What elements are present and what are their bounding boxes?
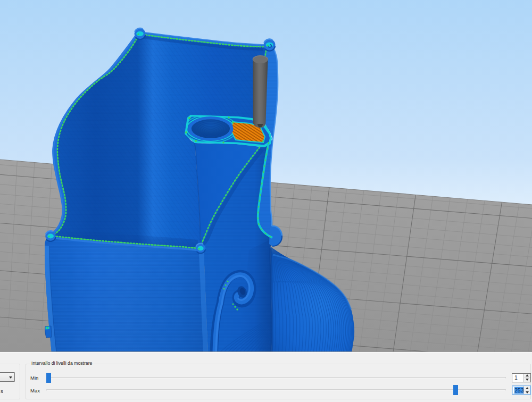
left-horn xyxy=(135,28,146,39)
max-spin-up-button[interactable] xyxy=(523,386,530,390)
min-slider[interactable] xyxy=(46,373,506,383)
gcode-preview-viewport[interactable] xyxy=(0,0,532,352)
max-spinbox[interactable]: 253 xyxy=(512,386,531,395)
right-horn xyxy=(264,39,276,51)
spin-down-icon xyxy=(526,391,529,393)
layer-range-group-label: Intervallo di livelli da mostrare xyxy=(30,361,94,366)
left-rim-knob xyxy=(45,231,56,241)
min-slider-thumb[interactable] xyxy=(46,373,51,383)
spin-up-icon xyxy=(526,387,529,389)
support-pillar xyxy=(253,56,268,128)
layer-view-panel: s Intervallo di livelli da mostrare Min … xyxy=(0,352,532,402)
left-partial-combobox[interactable] xyxy=(0,372,15,382)
min-spin-value: 1 xyxy=(514,374,518,381)
max-slider[interactable] xyxy=(46,385,506,395)
max-label: Max xyxy=(30,388,40,393)
min-slider-track[interactable] xyxy=(46,377,506,379)
right-rim-knob xyxy=(196,244,206,254)
max-spin-down-button[interactable] xyxy=(523,390,530,395)
max-spin-value: 253 xyxy=(514,387,524,393)
max-slider-thumb[interactable] xyxy=(453,385,458,395)
left-partial-label: s xyxy=(1,388,3,394)
min-spinbox[interactable]: 1 xyxy=(512,373,531,382)
min-spin-up-button[interactable] xyxy=(523,374,530,378)
model-tab xyxy=(45,326,52,338)
min-label: Min xyxy=(30,375,38,381)
spin-down-icon xyxy=(526,379,529,381)
min-spin-down-button[interactable] xyxy=(523,378,530,382)
combo-arrow-icon xyxy=(9,376,12,379)
spin-up-icon xyxy=(526,374,529,376)
max-slider-track[interactable] xyxy=(46,389,506,391)
